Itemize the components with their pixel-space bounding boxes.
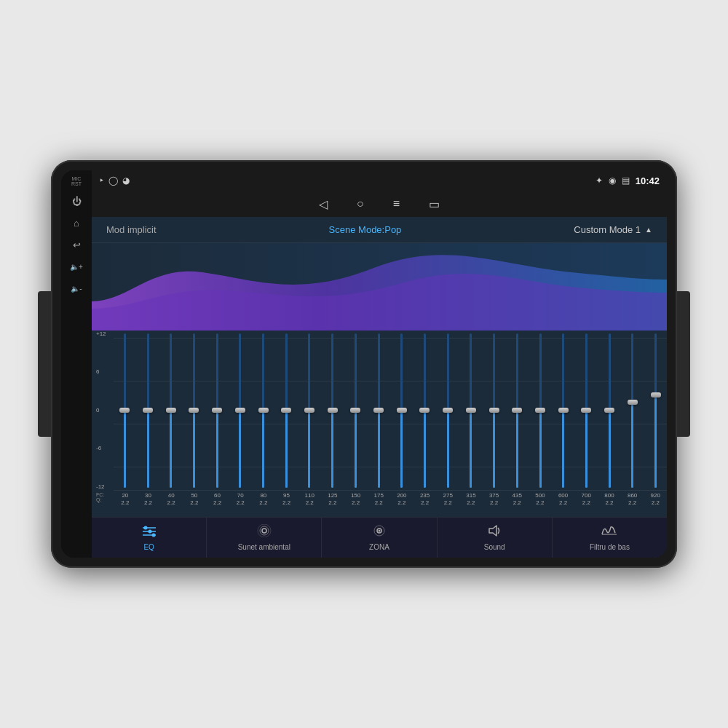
- slider-col-315hz[interactable]: [460, 331, 483, 491]
- slider-thumb-30hz[interactable]: [143, 408, 153, 413]
- slider-thumb-375hz[interactable]: [489, 408, 499, 413]
- slider-col-500hz[interactable]: [529, 331, 552, 491]
- slider-thumb-110hz[interactable]: [304, 408, 314, 413]
- slider-col-70hz[interactable]: [229, 331, 252, 491]
- slider-track-500hz[interactable]: [539, 333, 542, 488]
- slider-thumb-275hz[interactable]: [443, 408, 453, 413]
- bass-tab-icon: [601, 524, 617, 541]
- slider-thumb-60hz[interactable]: [212, 408, 222, 413]
- home-nav-button[interactable]: ○: [357, 197, 364, 210]
- slider-thumb-235hz[interactable]: [419, 408, 430, 413]
- slider-col-920hz[interactable]: [644, 331, 667, 491]
- tab-bass[interactable]: Filtru de bas: [553, 518, 667, 558]
- slider-thumb-920hz[interactable]: [651, 392, 661, 397]
- slider-thumb-125hz[interactable]: [328, 408, 338, 413]
- slider-col-20hz[interactable]: [114, 331, 136, 491]
- slider-col-40hz[interactable]: [159, 331, 182, 491]
- slider-col-110hz[interactable]: [298, 331, 321, 491]
- back-nav-button[interactable]: ◁: [319, 197, 328, 211]
- slider-track-20hz[interactable]: [124, 333, 126, 488]
- slider-thumb-860hz[interactable]: [628, 400, 638, 405]
- svg-point-2: [143, 526, 147, 530]
- slider-track-40hz[interactable]: [170, 333, 172, 488]
- eq-scale-labels: +12 6 0 -6 -12: [96, 331, 106, 491]
- bass-tab-label: Filtru de bas: [590, 543, 630, 551]
- slider-thumb-40hz[interactable]: [166, 408, 176, 413]
- slider-col-60hz[interactable]: [206, 331, 229, 491]
- slider-col-50hz[interactable]: [183, 331, 205, 491]
- slider-track-125hz[interactable]: [331, 333, 333, 488]
- slider-track-80hz[interactable]: [262, 333, 264, 488]
- slider-track-175hz[interactable]: [378, 333, 380, 488]
- slider-track-315hz[interactable]: [470, 333, 472, 488]
- slider-track-860hz[interactable]: [631, 333, 633, 488]
- slider-track-110hz[interactable]: [308, 333, 310, 488]
- slider-track-150hz[interactable]: [355, 333, 357, 488]
- slider-col-375hz[interactable]: [483, 331, 505, 491]
- slider-thumb-200hz[interactable]: [397, 408, 407, 413]
- slider-track-200hz[interactable]: [400, 333, 403, 488]
- slider-thumb-435hz[interactable]: [512, 408, 522, 413]
- tab-ambient[interactable]: Sunet ambiental: [207, 518, 322, 558]
- slider-thumb-600hz[interactable]: [558, 408, 569, 413]
- slider-track-700hz[interactable]: [585, 333, 587, 488]
- slider-track-375hz[interactable]: [493, 333, 495, 488]
- slider-thumb-50hz[interactable]: [189, 408, 199, 413]
- custom-mode[interactable]: Custom Mode 1 ▲: [574, 224, 652, 235]
- slider-track-60hz[interactable]: [216, 333, 218, 488]
- slider-track-235hz[interactable]: [424, 333, 426, 488]
- vol-down-button[interactable]: 🔈-: [65, 278, 88, 298]
- scene-mode[interactable]: Scene Mode:Pop: [329, 224, 402, 235]
- q-value-375hz: 2.2: [490, 499, 498, 507]
- eq-header: Mod implicit Scene Mode:Pop Custom Mode …: [92, 217, 667, 243]
- slider-thumb-70hz[interactable]: [235, 408, 245, 413]
- slider-col-150hz[interactable]: [344, 331, 367, 491]
- recent-nav-button[interactable]: ▭: [429, 197, 440, 211]
- tab-eq[interactable]: EQ: [92, 518, 207, 558]
- fc-value-920hz: 920: [651, 492, 660, 499]
- slider-col-95hz[interactable]: [275, 331, 298, 491]
- slider-thumb-315hz[interactable]: [466, 408, 476, 413]
- slider-track-275hz[interactable]: [447, 333, 449, 488]
- slider-col-700hz[interactable]: [575, 331, 598, 491]
- slider-track-95hz[interactable]: [285, 333, 288, 488]
- eq-sliders-area[interactable]: [114, 331, 667, 491]
- slider-col-275hz[interactable]: [437, 331, 459, 491]
- slider-thumb-175hz[interactable]: [373, 408, 384, 413]
- freq-col-315hz: 3152.2: [459, 491, 483, 517]
- slider-thumb-800hz[interactable]: [604, 408, 614, 413]
- slider-track-435hz[interactable]: [516, 333, 518, 488]
- menu-nav-button[interactable]: ≡: [393, 197, 400, 210]
- back-button[interactable]: ↩: [65, 234, 88, 255]
- home-button[interactable]: ⌂: [65, 213, 88, 233]
- slider-col-125hz[interactable]: [321, 331, 344, 491]
- power-button[interactable]: ⏻: [65, 191, 88, 211]
- slider-col-600hz[interactable]: [552, 331, 574, 491]
- slider-col-435hz[interactable]: [506, 331, 529, 491]
- slider-track-70hz[interactable]: [239, 333, 241, 488]
- slider-col-80hz[interactable]: [252, 331, 274, 491]
- q-value-110hz: 2.2: [306, 499, 314, 507]
- slider-thumb-80hz[interactable]: [258, 408, 269, 413]
- slider-thumb-20hz[interactable]: [119, 408, 130, 413]
- tab-zona[interactable]: ZONA: [322, 518, 437, 558]
- slider-col-175hz[interactable]: [368, 331, 390, 491]
- slider-col-200hz[interactable]: [390, 331, 413, 491]
- slider-track-920hz[interactable]: [654, 333, 657, 488]
- slider-col-30hz[interactable]: [137, 331, 159, 491]
- slider-track-30hz[interactable]: [147, 333, 149, 488]
- vol-up-button[interactable]: 🔈+: [65, 256, 88, 277]
- slider-col-235hz[interactable]: [414, 331, 436, 491]
- slider-thumb-95hz[interactable]: [281, 408, 291, 413]
- slider-thumb-700hz[interactable]: [581, 408, 591, 413]
- slider-col-860hz[interactable]: [621, 331, 644, 491]
- slider-track-800hz[interactable]: [609, 333, 611, 488]
- slider-thumb-150hz[interactable]: [350, 408, 360, 413]
- slider-thumb-500hz[interactable]: [535, 408, 545, 413]
- mode-implicit[interactable]: Mod implicit: [106, 224, 157, 235]
- tab-sound[interactable]: Sound: [438, 518, 553, 558]
- fc-value-860hz: 860: [628, 492, 637, 499]
- slider-track-50hz[interactable]: [193, 333, 195, 488]
- slider-col-800hz[interactable]: [598, 331, 621, 491]
- slider-track-600hz[interactable]: [562, 333, 564, 488]
